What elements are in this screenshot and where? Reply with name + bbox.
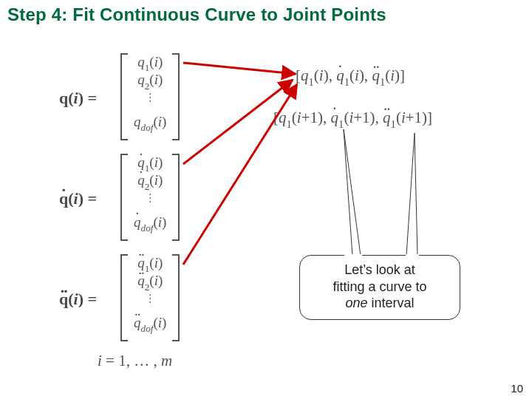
callout-line3a: one: [345, 296, 367, 310]
index-line: i = 1, … , m: [98, 352, 172, 370]
lhs-qdot: q(i) =: [59, 189, 97, 208]
callout-tail-2: [406, 133, 417, 256]
vector-q: q1(i) q2(i) ··· qdof(i): [120, 53, 180, 140]
slide-title: Step 4: Fit Continuous Curve to Joint Po…: [7, 4, 386, 25]
vdots-icon: ···: [149, 294, 151, 305]
rhs-tuple-i-plus-1: [q1(i+1), q1(i+1), q1(i+1)]: [273, 109, 432, 129]
vdots-icon: ···: [149, 93, 151, 104]
callout-line3b: interval: [368, 296, 415, 310]
qdot-row-dof: qdof(i): [134, 215, 166, 233]
vdots-icon: ···: [149, 194, 151, 205]
arrow-q-to-tuple-i: [183, 63, 296, 74]
callout-box: Let’s look at fitting a curve to one int…: [299, 255, 460, 320]
callout-line2: fitting a curve to: [332, 279, 426, 294]
callout-line1: Let’s look at: [344, 262, 415, 277]
rhs-tuple-i: [q1(i), q1(i), q1(i)]: [296, 66, 405, 87]
callout-tail-1: [344, 129, 361, 256]
qddot-row-dof: qdof(i): [134, 316, 166, 333]
lhs-q: q(i) =: [59, 89, 97, 108]
lhs-qddot: q(i) =: [59, 290, 97, 309]
q-row-dof: qdof(i): [134, 115, 166, 132]
vector-qddot: q1(i) q2(i) ··· qdof(i): [120, 254, 180, 341]
page-number: 10: [511, 382, 523, 395]
vector-qdot: q1(i) q2(i) ··· qdof(i): [120, 154, 180, 241]
q-row1: q1(i): [137, 55, 163, 72]
